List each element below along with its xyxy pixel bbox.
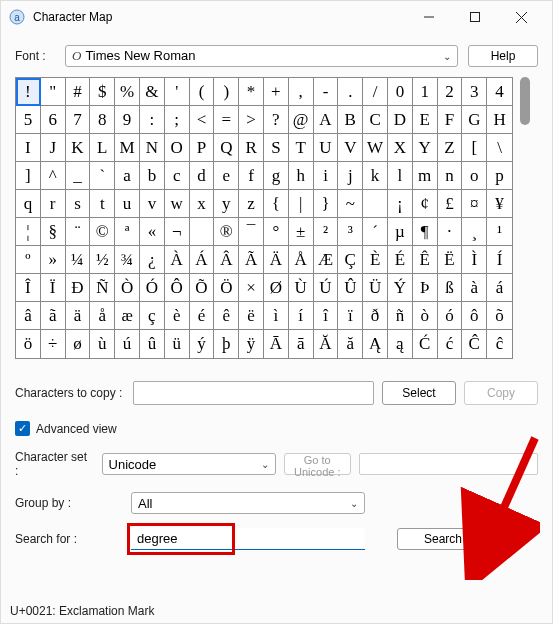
char-cell[interactable]: u: [115, 190, 140, 218]
char-cell[interactable]: G: [462, 106, 487, 134]
char-cell[interactable]: A: [314, 106, 339, 134]
char-cell[interactable]: ¬: [165, 218, 190, 246]
char-cell[interactable]: ¹: [487, 218, 512, 246]
char-cell[interactable]: Ò: [115, 274, 140, 302]
char-cell[interactable]: £: [438, 190, 463, 218]
scrollbar-thumb[interactable]: [520, 77, 530, 125]
char-cell[interactable]: µ: [388, 218, 413, 246]
char-cell[interactable]: é: [190, 302, 215, 330]
char-cell[interactable]: 0: [388, 78, 413, 106]
advanced-view-checkbox[interactable]: [15, 421, 30, 436]
char-cell[interactable]: 2: [438, 78, 463, 106]
char-cell[interactable]: ¡: [388, 190, 413, 218]
char-cell[interactable]: 1: [413, 78, 438, 106]
char-cell[interactable]: d: [190, 162, 215, 190]
char-cell[interactable]: «: [140, 218, 165, 246]
char-cell[interactable]: ¢: [413, 190, 438, 218]
char-cell[interactable]: !: [16, 78, 41, 106]
char-cell[interactable]: Ć: [413, 330, 438, 358]
char-cell[interactable]: <: [190, 106, 215, 134]
char-cell[interactable]: È: [363, 246, 388, 274]
char-cell[interactable]: {: [264, 190, 289, 218]
char-cell[interactable]: s: [66, 190, 91, 218]
char-cell[interactable]: ã: [41, 302, 66, 330]
char-cell[interactable]: `: [90, 162, 115, 190]
char-cell[interactable]: á: [487, 274, 512, 302]
char-cell[interactable]: ë: [239, 302, 264, 330]
char-cell[interactable]: 6: [41, 106, 66, 134]
char-cell[interactable]: ă: [338, 330, 363, 358]
maximize-button[interactable]: [452, 1, 498, 33]
char-cell[interactable]: Ü: [363, 274, 388, 302]
char-cell[interactable]: &: [140, 78, 165, 106]
char-cell[interactable]: C: [363, 106, 388, 134]
char-cell[interactable]: Ñ: [90, 274, 115, 302]
char-cell[interactable]: û: [140, 330, 165, 358]
char-cell[interactable]: 7: [66, 106, 91, 134]
char-cell[interactable]: õ: [487, 302, 512, 330]
char-cell[interactable]: H: [487, 106, 512, 134]
char-cell[interactable]: ): [214, 78, 239, 106]
char-cell[interactable]: ñ: [388, 302, 413, 330]
char-cell[interactable]: ;: [165, 106, 190, 134]
char-cell[interactable]: M: [115, 134, 140, 162]
char-cell[interactable]: ª: [115, 218, 140, 246]
char-cell[interactable]: L: [90, 134, 115, 162]
char-cell[interactable]: Å: [289, 246, 314, 274]
char-cell[interactable]: Á: [190, 246, 215, 274]
char-cell[interactable]: Ă: [314, 330, 339, 358]
char-cell[interactable]: í: [289, 302, 314, 330]
char-cell[interactable]: å: [90, 302, 115, 330]
char-cell[interactable]: Ā: [264, 330, 289, 358]
char-cell[interactable]: Ë: [438, 246, 463, 274]
char-cell[interactable]: w: [165, 190, 190, 218]
char-cell[interactable]: N: [140, 134, 165, 162]
char-cell[interactable]: Þ: [413, 274, 438, 302]
char-cell[interactable]: Ą: [363, 330, 388, 358]
char-cell[interactable]: ^: [41, 162, 66, 190]
char-cell[interactable]: ²: [314, 218, 339, 246]
char-cell[interactable]: Í: [487, 246, 512, 274]
char-cell[interactable]: V: [338, 134, 363, 162]
minimize-button[interactable]: [406, 1, 452, 33]
char-cell[interactable]: ¨: [66, 218, 91, 246]
char-cell[interactable]: Æ: [314, 246, 339, 274]
char-cell[interactable]: r: [41, 190, 66, 218]
char-cell[interactable]: T: [289, 134, 314, 162]
char-cell[interactable]: U: [314, 134, 339, 162]
char-cell[interactable]: g: [264, 162, 289, 190]
char-cell[interactable]: É: [388, 246, 413, 274]
char-cell[interactable]: F: [438, 106, 463, 134]
char-cell[interactable]: ò: [413, 302, 438, 330]
char-cell[interactable]: l: [388, 162, 413, 190]
char-cell[interactable]: %: [115, 78, 140, 106]
char-cell[interactable]: ?: [264, 106, 289, 134]
char-cell[interactable]: $: [90, 78, 115, 106]
char-cell[interactable]: ÿ: [239, 330, 264, 358]
char-cell[interactable]: #: [66, 78, 91, 106]
char-cell[interactable]: ü: [165, 330, 190, 358]
char-cell[interactable]: ×: [239, 274, 264, 302]
char-cell[interactable]: ©: [90, 218, 115, 246]
char-cell[interactable]: =: [214, 106, 239, 134]
char-cell[interactable]: ¿: [140, 246, 165, 274]
char-cell[interactable]: Õ: [190, 274, 215, 302]
char-cell[interactable]: ä: [66, 302, 91, 330]
char-cell[interactable]: Ö: [214, 274, 239, 302]
char-cell[interactable]: ì: [264, 302, 289, 330]
char-cell[interactable]: c: [165, 162, 190, 190]
char-cell[interactable]: è: [165, 302, 190, 330]
char-cell[interactable]: Ç: [338, 246, 363, 274]
char-cell[interactable]: Ï: [41, 274, 66, 302]
char-cell[interactable]: Â: [214, 246, 239, 274]
char-cell[interactable]: ù: [90, 330, 115, 358]
char-cell[interactable]: n: [438, 162, 463, 190]
char-cell[interactable]: o: [462, 162, 487, 190]
char-cell[interactable]: K: [66, 134, 91, 162]
char-cell[interactable]: ¦: [16, 218, 41, 246]
char-cell[interactable]: ': [165, 78, 190, 106]
char-cell[interactable]: z: [239, 190, 264, 218]
groupby-select[interactable]: All⌄: [131, 492, 365, 514]
char-cell[interactable]: »: [41, 246, 66, 274]
char-cell[interactable]: Ý: [388, 274, 413, 302]
